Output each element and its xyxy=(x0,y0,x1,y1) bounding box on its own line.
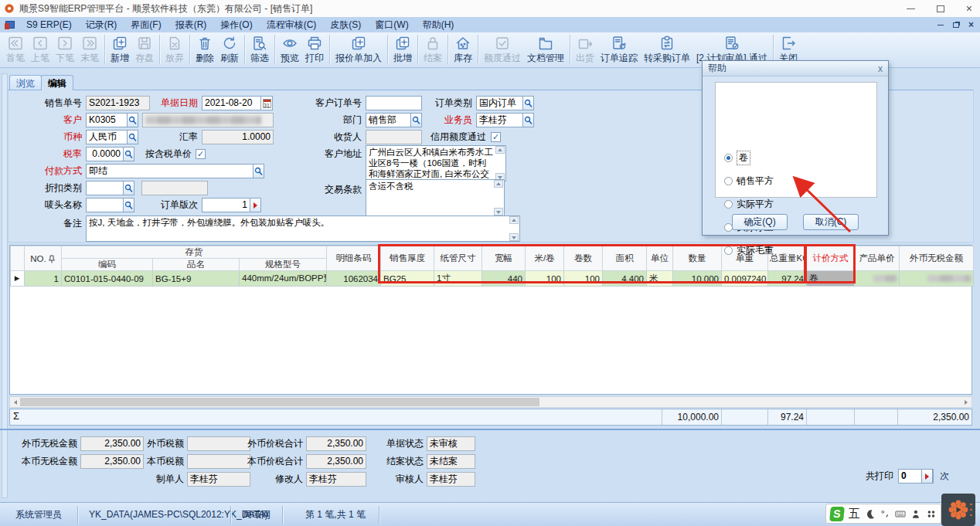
remark-field[interactable]: 按J, 天地盒，打井字带，外包缠绕膜。外包装加贴客户唛头。 xyxy=(86,215,520,242)
toolbar-delete-button[interactable]: 删除 xyxy=(192,34,217,66)
scroll-up-icon[interactable] xyxy=(494,180,503,188)
punctuation-icon[interactable] xyxy=(880,508,890,520)
toolbar-stock-button[interactable]: 库存 xyxy=(451,34,475,66)
ok-button[interactable]: 确定(Q) xyxy=(732,214,788,230)
customer-field[interactable]: K0305 xyxy=(86,113,128,127)
toolbar-ship-button[interactable]: 出货 xyxy=(573,34,597,66)
customer-order-no-field[interactable] xyxy=(366,96,422,110)
recorder-overlay[interactable] xyxy=(941,494,975,526)
toolbar-last-button[interactable]: 末笔 xyxy=(77,34,102,66)
order-version-field[interactable]: 1 xyxy=(202,198,250,212)
payment-lookup-button[interactable] xyxy=(253,164,264,178)
toolbar-credit-pass-button[interactable]: 额度通过 xyxy=(481,34,524,66)
col-header-barcode[interactable]: 明细条码 xyxy=(327,246,381,271)
customer-address-field[interactable]: 广州白云区人和镇白米布秀水工业区8号一楼（106国道，时利和海鲜酒家正对面, 白… xyxy=(366,145,506,182)
menu-report[interactable]: 报表(R) xyxy=(168,19,214,32)
toolbar-next-button[interactable]: 下笔 xyxy=(53,34,77,66)
discount-type-field[interactable] xyxy=(86,181,124,195)
cell-name[interactable]: BG-15+9 xyxy=(153,271,240,287)
toolbar-close-case-button[interactable]: 结案 xyxy=(420,34,445,66)
col-header-no[interactable]: NO. xyxy=(25,246,62,271)
radio-icon[interactable] xyxy=(724,246,733,255)
moon-icon[interactable] xyxy=(865,508,876,520)
trade-terms-field[interactable]: 含运不含税 xyxy=(366,179,505,216)
credit-pass-checkbox[interactable]: ✓ xyxy=(491,132,501,142)
menu-s9erp[interactable]: S9 ERP(E) xyxy=(19,19,79,30)
order-type-lookup-button[interactable] xyxy=(522,96,534,110)
toolbar-refresh-button[interactable]: 刷新 xyxy=(217,34,242,66)
tax-included-checkbox[interactable]: ✓ xyxy=(196,149,206,159)
toolbar-doc-manage-button[interactable]: 文档管理 xyxy=(524,34,567,66)
scroll-down-icon[interactable] xyxy=(509,233,519,241)
toolbar-filter-button[interactable]: 筛选 xyxy=(247,34,272,66)
dialog-close-icon[interactable]: x xyxy=(878,63,883,74)
tax-rate-lookup-button[interactable] xyxy=(123,147,134,161)
toolbar-quote-add-button[interactable]: 报价单加入 xyxy=(332,34,385,66)
tab-edit[interactable]: 编辑 xyxy=(41,75,73,90)
payment-field[interactable]: 即结 xyxy=(86,164,264,178)
print-count-spinner[interactable] xyxy=(921,469,933,484)
col-header-spec[interactable]: 规格型号 xyxy=(240,259,327,271)
toolbar-preview-button[interactable]: 预览 xyxy=(277,34,302,66)
toolbar-new-button[interactable]: 新增 xyxy=(107,34,132,66)
cell-spec[interactable]: 440mm/24um/BOPP预涂... xyxy=(240,271,327,287)
col-header-fc-amount[interactable]: 外币无税金额 xyxy=(900,246,974,271)
shipping-mark-lookup-button[interactable] xyxy=(123,198,134,212)
col-header-unit-price[interactable]: 产品单价 xyxy=(855,246,900,271)
col-header-name[interactable]: 品名 xyxy=(153,259,240,271)
address-scroll[interactable] xyxy=(495,146,505,181)
cell-code[interactable]: C0101-015-0440-09 xyxy=(62,271,153,287)
radio-icon[interactable] xyxy=(724,200,733,209)
cell-fc-amount[interactable] xyxy=(900,271,974,287)
calendar-button[interactable]: 31 xyxy=(260,96,273,110)
currency-lookup-button[interactable] xyxy=(127,130,138,144)
grid-hscrollbar[interactable] xyxy=(9,396,972,408)
menu-record[interactable]: 记录(R) xyxy=(79,19,124,32)
close-icon[interactable]: × xyxy=(966,3,972,14)
department-field[interactable]: 销售部 xyxy=(366,113,411,127)
mdi-minimize-icon[interactable] xyxy=(937,25,944,25)
scroll-up-icon[interactable] xyxy=(509,216,519,224)
ime-toolbar[interactable]: S 五 xyxy=(825,504,941,524)
salesman-lookup-button[interactable] xyxy=(522,113,534,127)
left-splitter[interactable] xyxy=(2,73,8,498)
trade-terms-scroll[interactable] xyxy=(494,180,503,215)
radio-option-gross-weight[interactable]: 实际毛重 xyxy=(724,245,774,256)
menu-skin[interactable]: 皮肤(S) xyxy=(323,19,368,32)
toolbar-discard-button[interactable]: 放弃 xyxy=(162,34,187,66)
doc-date-field[interactable]: 2021-08-20 xyxy=(202,96,261,110)
menu-window[interactable]: 窗口(W) xyxy=(368,19,415,32)
cell-no[interactable]: 1 xyxy=(25,271,62,287)
menu-help[interactable]: 帮助(H) xyxy=(416,19,461,32)
person-icon[interactable] xyxy=(910,508,921,520)
discount-type-lookup-button[interactable] xyxy=(123,181,134,195)
tax-rate-field[interactable]: 0.0000 xyxy=(86,147,124,161)
toolbar-print-button[interactable]: 打印 xyxy=(302,34,327,66)
scroll-right-icon[interactable] xyxy=(961,397,971,407)
scroll-left-icon[interactable] xyxy=(10,397,21,407)
ime-mode-wubi[interactable]: 五 xyxy=(849,507,860,521)
radio-option-sales-sqm[interactable]: 销售平方 xyxy=(724,175,774,186)
mdi-close-icon[interactable]: × xyxy=(968,20,974,29)
toolbar-batch-add-button[interactable]: 批增 xyxy=(390,34,415,66)
mdi-restore-icon[interactable] xyxy=(953,22,959,28)
radio-selected-icon[interactable] xyxy=(724,154,733,162)
minimize-icon[interactable] xyxy=(907,8,915,9)
help-dialog-titlebar[interactable]: 帮助 x xyxy=(703,61,888,76)
tab-browse[interactable]: 浏览 xyxy=(9,75,42,90)
scroll-up-icon[interactable] xyxy=(495,146,505,154)
sogou-logo-icon[interactable]: S xyxy=(829,507,845,521)
customer-lookup-button[interactable] xyxy=(127,113,138,127)
cell-barcode[interactable]: 1062034 xyxy=(327,271,381,287)
menu-operation[interactable]: 操作(O) xyxy=(213,19,259,32)
cell-unit-price[interactable] xyxy=(855,271,900,287)
col-header-code[interactable]: 编码 xyxy=(62,259,153,271)
currency-field[interactable]: 人民币 xyxy=(86,130,128,144)
menu-interface[interactable]: 界面(F) xyxy=(124,19,168,32)
shipping-mark-field[interactable] xyxy=(86,198,124,212)
maximize-icon[interactable] xyxy=(937,5,944,12)
radio-icon[interactable] xyxy=(724,177,733,185)
scroll-down-icon[interactable] xyxy=(494,208,503,215)
radio-option-actual-sqm[interactable]: 实际平方 xyxy=(724,199,774,209)
salesman-field[interactable]: 李桂芬 xyxy=(476,113,523,127)
